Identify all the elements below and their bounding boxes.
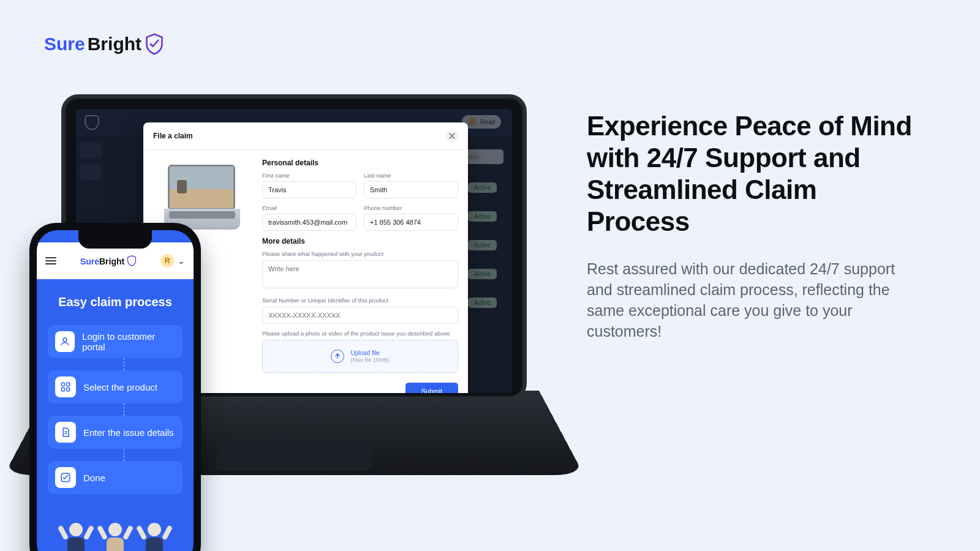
upload-hint: (Max file 15MB): [350, 357, 389, 364]
upload-label: Please upload a photo or video of the pr…: [262, 330, 458, 337]
user-icon: [55, 331, 75, 352]
step-connector: [124, 358, 124, 370]
modal-close-button[interactable]: [446, 130, 458, 142]
upload-cta: Upload file: [350, 350, 379, 356]
issue-textarea[interactable]: [262, 260, 458, 288]
laptop-trackpad: [215, 433, 373, 470]
celebration-illustration: [37, 515, 194, 551]
upload-icon: [331, 350, 344, 363]
section-personal-details: Personal details: [262, 159, 458, 167]
last-name-input[interactable]: [364, 181, 458, 198]
svg-rect-4: [67, 388, 70, 391]
phone-brand-logo: SureBright: [80, 255, 137, 266]
svg-point-0: [63, 338, 67, 342]
brand-word-1: Sure: [44, 34, 85, 54]
step-connector: [124, 449, 124, 461]
step-connector: [124, 403, 124, 416]
step-label: Done: [83, 473, 105, 483]
shield-icon: [127, 255, 137, 266]
step-label: Enter the issue details: [83, 427, 174, 438]
svg-rect-3: [61, 388, 64, 391]
modal-title: File a claim: [153, 132, 193, 140]
last-name-label: Last name: [364, 172, 458, 179]
first-name-label: First name: [262, 172, 356, 179]
step-label: Login to customer portal: [82, 331, 175, 352]
brand-word-2: Bright: [88, 34, 141, 54]
first-name-input[interactable]: [262, 181, 356, 198]
close-icon: [449, 133, 455, 139]
headline: Experience Peace of Mind with 24/7 Suppo…: [587, 110, 921, 238]
step-enter-details[interactable]: Enter the issue details: [48, 416, 183, 449]
marketing-copy: Experience Peace of Mind with 24/7 Suppo…: [587, 110, 921, 342]
avatar: R: [160, 254, 174, 268]
phone-heading: Easy claim process: [48, 295, 183, 309]
step-login[interactable]: Login to customer portal: [48, 325, 183, 358]
shield-icon: [145, 33, 164, 55]
step-label: Select the product: [83, 382, 157, 392]
step-select-product[interactable]: Select the product: [48, 370, 183, 403]
submit-button[interactable]: Submit: [405, 383, 458, 393]
document-icon: [55, 422, 76, 443]
grid-icon: [55, 377, 76, 397]
menu-button[interactable]: [45, 255, 56, 266]
svg-rect-2: [67, 383, 70, 386]
phone-input[interactable]: [364, 214, 458, 231]
serial-input[interactable]: [262, 307, 458, 324]
phone-screen: SureBright R ⌄ Easy claim process Login …: [37, 230, 194, 551]
phone-user-menu[interactable]: R ⌄: [160, 254, 185, 268]
serial-label: Serial Number or Unique Identifier of th…: [262, 297, 458, 304]
email-input[interactable]: [262, 214, 356, 231]
phone-label: Phone number: [364, 204, 458, 211]
brand-logo: SureBright: [44, 33, 164, 55]
email-label: Email: [262, 204, 356, 211]
upload-dropzone[interactable]: Upload file (Max file 15MB): [262, 340, 458, 373]
chevron-down-icon: ⌄: [178, 256, 185, 266]
check-icon: [55, 467, 76, 488]
section-more-details: More details: [262, 237, 458, 246]
phone-notch: [78, 230, 152, 249]
step-done[interactable]: Done: [48, 461, 183, 494]
subtext: Rest assured with our dedicated 24/7 sup…: [587, 258, 921, 342]
issue-label: Please share what happened with your pro…: [262, 250, 458, 257]
phone-mockup: SureBright R ⌄ Easy claim process Login …: [29, 223, 201, 551]
svg-rect-1: [61, 383, 64, 386]
